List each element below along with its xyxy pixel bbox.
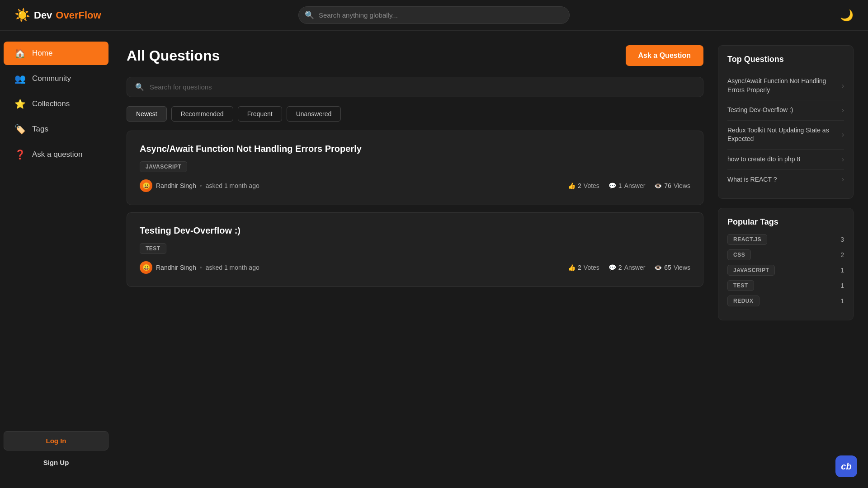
questions-header: All Questions Ask a Question [127, 45, 703, 66]
top-question-text: how to create dto in php 8 [727, 155, 838, 164]
views-stat: 👁️ 65 Views [654, 264, 690, 271]
popular-tag-count: 1 [840, 297, 844, 305]
votes-stat: 👍 2 Votes [568, 264, 599, 271]
global-search-input[interactable] [298, 6, 570, 24]
sidebar-item-home-label: Home [32, 49, 52, 58]
filter-tab-newest[interactable]: Newest [127, 106, 167, 122]
theme-toggle-icon[interactable]: 🌙 [840, 9, 854, 22]
question-title[interactable]: Testing Dev-Overflow :) [140, 225, 690, 236]
logo[interactable]: ☀️ Dev OverFlow [14, 8, 114, 23]
logo-overflow: OverFlow [56, 9, 101, 21]
sidebar-item-ask[interactable]: ❓ Ask a question [4, 143, 108, 166]
author-avatar: 😀 [140, 261, 152, 274]
views-icon: 👁️ [654, 264, 662, 271]
top-question-text: What is REACT ? [727, 175, 838, 184]
sidebar-item-ask-label: Ask a question [32, 150, 83, 159]
popular-tag-badge[interactable]: JAVASCRIPT [727, 265, 775, 276]
page-title: All Questions [127, 47, 220, 64]
ask-question-button[interactable]: Ask a Question [626, 45, 703, 66]
views-label: Views [674, 264, 690, 271]
logo-dev: Dev [34, 9, 52, 21]
question-stats: 👍 2 Votes 💬 2 Answer 👁️ 65 Views [568, 264, 690, 271]
chevron-right-icon: › [842, 175, 844, 183]
author-name: Randhir Singh [156, 182, 196, 189]
questions-list: Async/Await Function Not Handling Errors… [127, 131, 703, 287]
popular-tags-list: REACT.JS 3 CSS 2 JAVASCRIPT 1 TEST 1 RED… [727, 234, 844, 306]
question-card: Testing Dev-Overflow :) TEST 😀 Randhir S… [127, 212, 703, 287]
popular-tag-row: REDUX 1 [727, 296, 844, 306]
question-stats: 👍 2 Votes 💬 1 Answer 👁️ 76 Views [568, 182, 690, 189]
answers-stat: 💬 2 Answer [609, 264, 645, 271]
filter-tabs: Newest Recommended Frequent Unanswered [127, 106, 703, 122]
sidebar-item-home[interactable]: 🏠 Home [4, 42, 108, 65]
header-right: 🌙 [754, 9, 854, 22]
question-search-input[interactable] [150, 83, 695, 91]
top-questions-section: Top Questions Async/Await Function Not H… [718, 45, 854, 199]
filter-tab-unanswered[interactable]: Unanswered [287, 106, 341, 122]
question-time: asked 1 month ago [206, 264, 259, 271]
right-sidebar: Top Questions Async/Await Function Not H… [718, 45, 854, 329]
answers-count: 1 [618, 182, 622, 189]
crisp-label: cb [841, 461, 851, 472]
header: ☀️ Dev OverFlow 🔍 🌙 [0, 0, 868, 31]
layout: 🏠 Home 👥 Community ⭐ Collections 🏷️ Tags… [0, 0, 868, 488]
thumb-icon: 👍 [568, 264, 576, 271]
sidebar-item-tags-label: Tags [32, 125, 48, 134]
question-card: Async/Await Function Not Handling Errors… [127, 131, 703, 205]
login-button[interactable]: Log In [4, 431, 108, 450]
top-question-item[interactable]: how to create dto in php 8 › [727, 150, 844, 170]
top-question-item[interactable]: Testing Dev-Overflow :) › [727, 100, 844, 121]
answer-icon: 💬 [609, 264, 616, 271]
popular-tag-row: REACT.JS 3 [727, 234, 844, 245]
answer-icon: 💬 [609, 182, 616, 189]
questions-section: All Questions Ask a Question 🔍 Newest Re… [127, 45, 703, 329]
votes-stat: 👍 2 Votes [568, 182, 599, 189]
sidebar-item-collections[interactable]: ⭐ Collections [4, 92, 108, 116]
content-area: All Questions Ask a Question 🔍 Newest Re… [127, 45, 854, 329]
popular-tag-count: 1 [840, 267, 844, 274]
top-question-text: Async/Await Function Not Handling Errors… [727, 77, 838, 94]
chevron-right-icon: › [842, 131, 844, 139]
question-time: asked 1 month ago [206, 182, 259, 189]
signup-button[interactable]: Sign Up [4, 455, 108, 470]
question-title[interactable]: Async/Await Function Not Handling Errors… [140, 144, 690, 154]
votes-count: 2 [578, 182, 581, 189]
community-icon: 👥 [14, 73, 26, 84]
search-icon: 🔍 [305, 10, 314, 20]
collections-icon: ⭐ [14, 99, 26, 109]
ask-icon: ❓ [14, 149, 26, 160]
popular-tags-title: Popular Tags [727, 217, 844, 227]
filter-tab-frequent[interactable]: Frequent [238, 106, 282, 122]
filter-tab-recommended[interactable]: Recommended [171, 106, 233, 122]
separator: • [200, 182, 202, 189]
top-question-item[interactable]: Async/Await Function Not Handling Errors… [727, 71, 844, 100]
popular-tag-badge[interactable]: CSS [727, 249, 751, 260]
chevron-right-icon: › [842, 106, 844, 114]
popular-tag-badge[interactable]: REDUX [727, 296, 760, 306]
top-questions-title: Top Questions [727, 55, 844, 64]
question-tag[interactable]: TEST [140, 243, 166, 254]
crisp-chat-button[interactable]: cb [835, 455, 857, 477]
chevron-right-icon: › [842, 82, 844, 90]
top-question-item[interactable]: What is REACT ? › [727, 170, 844, 190]
logo-icon: ☀️ [14, 8, 30, 23]
top-questions-list: Async/Await Function Not Handling Errors… [727, 71, 844, 189]
sidebar-item-tags[interactable]: 🏷️ Tags [4, 117, 108, 141]
sidebar-item-community-label: Community [32, 74, 71, 83]
thumb-icon: 👍 [568, 182, 576, 189]
views-count: 65 [664, 264, 671, 271]
author-name: Randhir Singh [156, 264, 196, 271]
question-tag[interactable]: JAVASCRIPT [140, 161, 187, 172]
sidebar-item-community[interactable]: 👥 Community [4, 67, 108, 90]
top-question-item[interactable]: Redux Toolkit Not Updating State as Expe… [727, 121, 844, 150]
home-icon: 🏠 [14, 48, 26, 59]
question-search-bar: 🔍 [127, 77, 703, 97]
question-author: 😀 Randhir Singh • asked 1 month ago [140, 261, 259, 274]
popular-tag-badge[interactable]: TEST [727, 280, 754, 291]
popular-tag-badge[interactable]: REACT.JS [727, 234, 767, 245]
question-meta: 😀 Randhir Singh • asked 1 month ago 👍 2 … [140, 179, 690, 192]
global-search: 🔍 [298, 6, 570, 24]
answers-stat: 💬 1 Answer [609, 182, 645, 189]
answers-label: Answer [624, 264, 646, 271]
sidebar-item-collections-label: Collections [32, 99, 70, 108]
